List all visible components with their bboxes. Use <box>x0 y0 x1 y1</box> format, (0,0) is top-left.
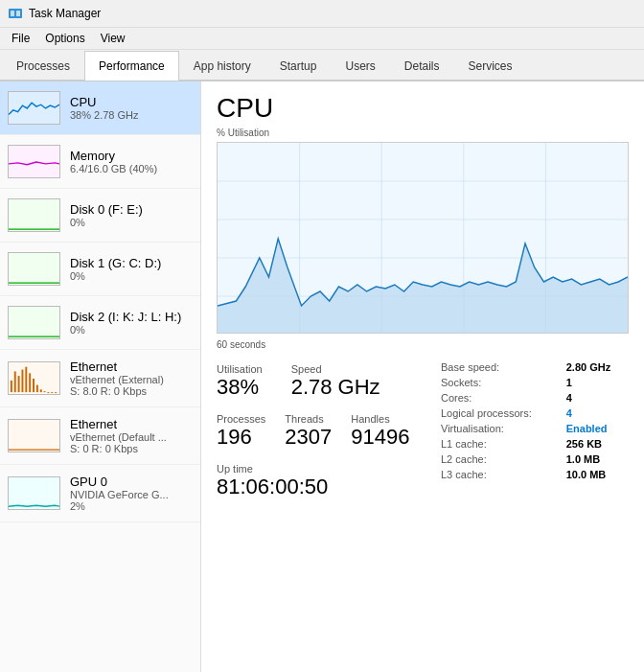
svg-rect-7 <box>25 367 27 392</box>
main-content: CPU 38% 2.78 GHz Memory 6.4/16.0 GB (40%… <box>0 81 644 672</box>
processes-block: Processes 196 <box>217 409 265 453</box>
cores-value: 4 <box>563 390 629 406</box>
tab-bar: Processes Performance App history Startu… <box>0 50 644 81</box>
virtualisation-row: Virtualisation: Enabled <box>437 421 629 436</box>
ethernet1-sidebar-title: Ethernet <box>70 359 193 374</box>
ethernet1-sidebar-info: Ethernet vEthernet (External) S: 8.0 R: … <box>70 359 193 397</box>
l1cache-label: L1 cache: <box>437 436 563 452</box>
base-speed-row: Base speed: 2.80 GHz <box>437 359 629 375</box>
base-speed-value: 2.80 GHz <box>563 359 629 375</box>
sidebar-item-cpu[interactable]: CPU 38% 2.78 GHz <box>0 81 200 135</box>
tab-processes[interactable]: Processes <box>2 51 84 81</box>
svg-rect-13 <box>47 392 49 393</box>
disk2-sidebar-title: Disk 2 (I: K: J: L: H:) <box>70 310 193 324</box>
logical-processors-label: Logical processors: <box>437 406 563 421</box>
disk2-mini-chart <box>8 306 60 339</box>
gpu0-sidebar-title: GPU 0 <box>70 475 193 489</box>
uptime-label: Up time <box>217 463 410 475</box>
cpu-mini-chart <box>8 91 60 125</box>
disk2-sidebar-info: Disk 2 (I: K: J: L: H:) 0% <box>70 310 193 336</box>
right-stats-table: Base speed: 2.80 GHz Sockets: 1 Cores: 4… <box>437 359 629 482</box>
ethernet2-sidebar-subtitle2: S: 0 R: 0 Kbps <box>70 443 193 454</box>
handles-value: 91496 <box>351 425 409 450</box>
gpu0-sidebar-subtitle2: 2% <box>70 500 193 512</box>
gpu0-mini-chart <box>8 476 60 510</box>
tab-startup[interactable]: Startup <box>265 51 332 81</box>
svg-rect-3 <box>11 381 12 392</box>
memory-mini-chart <box>8 145 60 178</box>
tab-services[interactable]: Services <box>454 51 527 81</box>
detail-title: CPU <box>217 93 629 124</box>
virtualisation-value: Enabled <box>563 421 629 436</box>
menu-view[interactable]: View <box>93 30 133 47</box>
sidebar-item-ethernet2[interactable]: Ethernet vEthernet (Default ... S: 0 R: … <box>0 407 200 465</box>
threads-value: 2307 <box>285 425 332 450</box>
ethernet2-mini-chart <box>8 419 60 452</box>
disk1-sidebar-subtitle: 0% <box>70 270 193 282</box>
svg-rect-8 <box>29 373 31 392</box>
sockets-label: Sockets: <box>437 375 563 390</box>
tab-users[interactable]: Users <box>331 51 389 81</box>
utilisation-value: 38% <box>217 375 263 400</box>
l3cache-value: 10.0 MB <box>563 467 629 482</box>
svg-rect-14 <box>51 392 53 393</box>
disk1-mini-chart <box>8 252 60 286</box>
handles-label: Handles <box>351 413 409 425</box>
app-icon <box>8 6 23 21</box>
sidebar-item-gpu0[interactable]: GPU 0 NVIDIA GeForce G... 2% <box>0 465 200 522</box>
l2cache-label: L2 cache: <box>437 452 563 467</box>
disk2-sidebar-subtitle: 0% <box>70 324 193 336</box>
sidebar: CPU 38% 2.78 GHz Memory 6.4/16.0 GB (40%… <box>0 81 201 672</box>
svg-rect-15 <box>55 392 57 393</box>
cpu-sidebar-title: CPU <box>70 95 193 109</box>
l3cache-label: L3 cache: <box>437 467 563 482</box>
sockets-value: 1 <box>563 375 629 390</box>
chart-label: % Utilisation <box>217 127 629 138</box>
disk0-sidebar-info: Disk 0 (F: E:) 0% <box>70 202 193 228</box>
tab-app-history[interactable]: App history <box>179 51 265 81</box>
left-stats: Utilisation 38% Speed 2.78 GHz Processes… <box>217 359 410 503</box>
tab-details[interactable]: Details <box>390 51 454 81</box>
utilisation-block: Utilisation 38% <box>217 359 263 404</box>
svg-rect-1 <box>11 11 14 16</box>
l2cache-row: L2 cache: 1.0 MB <box>437 452 629 467</box>
sidebar-item-disk0[interactable]: Disk 0 (F: E:) 0% <box>0 189 200 243</box>
menu-options[interactable]: Options <box>37 30 92 47</box>
speed-block: Speed 2.78 GHz <box>291 359 380 404</box>
cores-label: Cores: <box>437 390 563 406</box>
l1cache-value: 256 KB <box>563 436 629 452</box>
memory-sidebar-title: Memory <box>70 149 193 163</box>
base-speed-label: Base speed: <box>437 359 563 375</box>
l3cache-row: L3 cache: 10.0 MB <box>437 467 629 482</box>
ethernet2-sidebar-info: Ethernet vEthernet (Default ... S: 0 R: … <box>70 417 193 454</box>
disk1-sidebar-title: Disk 1 (G: C: D:) <box>70 256 193 270</box>
sockets-row: Sockets: 1 <box>437 375 629 390</box>
handles-block: Handles 91496 <box>351 409 409 453</box>
tab-performance[interactable]: Performance <box>84 51 179 81</box>
cpu-sidebar-info: CPU 38% 2.78 GHz <box>70 95 193 121</box>
sidebar-item-memory[interactable]: Memory 6.4/16.0 GB (40%) <box>0 135 200 189</box>
sidebar-item-disk1[interactable]: Disk 1 (G: C: D:) 0% <box>0 243 200 296</box>
menu-file[interactable]: File <box>4 30 37 47</box>
cpu-chart <box>217 142 629 334</box>
cpu-chart-svg <box>218 143 628 334</box>
cpu-sidebar-subtitle: 38% 2.78 GHz <box>70 109 193 121</box>
uptime-value: 81:06:00:50 <box>217 475 410 499</box>
svg-marker-24 <box>218 239 628 334</box>
threads-block: Threads 2307 <box>285 409 332 453</box>
sidebar-item-disk2[interactable]: Disk 2 (I: K: J: L: H:) 0% <box>0 296 200 350</box>
sidebar-item-ethernet1[interactable]: Ethernet vEthernet (External) S: 8.0 R: … <box>0 350 200 407</box>
svg-rect-12 <box>44 391 46 392</box>
svg-rect-9 <box>33 379 34 392</box>
ethernet2-sidebar-subtitle: vEthernet (Default ... <box>70 431 193 443</box>
disk0-sidebar-title: Disk 0 (F: E:) <box>70 202 193 217</box>
gpu0-sidebar-subtitle: NVIDIA GeForce G... <box>70 489 193 500</box>
l2cache-value: 1.0 MB <box>563 452 629 467</box>
utilisation-label: Utilisation <box>217 363 263 375</box>
cores-row: Cores: 4 <box>437 390 629 406</box>
detail-panel: CPU % Utilisation 60 second <box>201 81 644 672</box>
gpu0-sidebar-info: GPU 0 NVIDIA GeForce G... 2% <box>70 475 193 512</box>
svg-rect-4 <box>14 371 16 392</box>
svg-rect-2 <box>16 11 20 16</box>
speed-value: 2.78 GHz <box>291 375 380 400</box>
